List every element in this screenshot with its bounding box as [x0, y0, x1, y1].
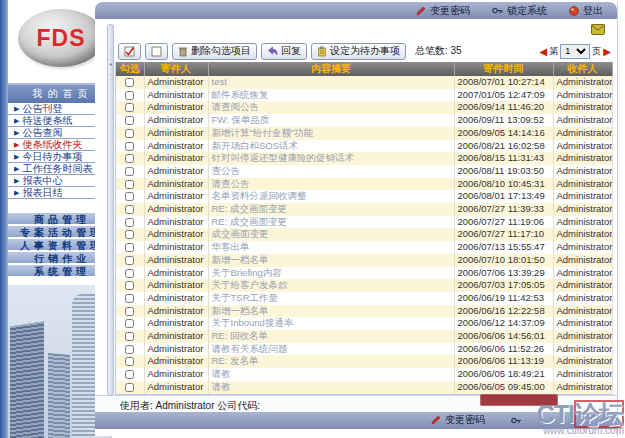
- row-summary-link[interactable]: RE: 回收名单: [212, 330, 268, 341]
- table-row[interactable]: Administrator 关于Briefing内容 2006/07/06 13…: [116, 267, 612, 280]
- table-row[interactable]: Administrator 请教 2006/06/05 18:49:21 Adm…: [116, 368, 612, 381]
- row-summary-link[interactable]: 针对叫停返还型健康险的促销话术: [212, 152, 355, 163]
- table-row[interactable]: Administrator 新增一档名单 2006/06/16 12:22:58…: [116, 305, 612, 318]
- row-checkbox[interactable]: [125, 269, 134, 278]
- row-summary-cell: RE: 成交画面变更: [208, 203, 454, 216]
- row-checkbox[interactable]: [125, 205, 134, 214]
- row-summary-link[interactable]: RE: 成交画面变更: [212, 216, 287, 227]
- row-summary-link[interactable]: 请查公告: [212, 178, 250, 189]
- footer-change-password-button[interactable]: 变更密码: [431, 413, 485, 427]
- row-summary-link[interactable]: 请查阅公告: [212, 101, 260, 112]
- row-checkbox[interactable]: [125, 230, 134, 239]
- change-password-button[interactable]: 变更密码: [416, 4, 470, 18]
- row-checkbox[interactable]: [125, 129, 134, 138]
- table-row[interactable]: Administrator test 2008/07/01 10:27:14 A…: [116, 76, 612, 89]
- logout-button[interactable]: 登出: [569, 4, 603, 18]
- row-summary-link[interactable]: 请教有关系统问题: [212, 343, 288, 354]
- table-row[interactable]: Administrator 请教有关系统问题 2006/06/06 11:52:…: [116, 343, 612, 356]
- row-summary-link[interactable]: 关于Briefing内容: [212, 267, 282, 278]
- row-checkbox[interactable]: [125, 167, 134, 176]
- row-summary-link[interactable]: RE: 发名单: [212, 355, 259, 366]
- row-summary-link[interactable]: 关于Inbound接通率: [212, 317, 294, 328]
- row-checkbox[interactable]: [125, 256, 134, 265]
- row-summary-link[interactable]: 华客出单: [212, 241, 250, 252]
- row-summary-link[interactable]: 新增一档名单: [212, 254, 269, 265]
- select-all-button[interactable]: [118, 43, 141, 60]
- prev-page-icon[interactable]: ◀: [540, 46, 548, 57]
- row-checkbox[interactable]: [125, 154, 134, 163]
- row-summary-link[interactable]: 请教: [212, 381, 231, 392]
- table-row[interactable]: Administrator RE: 回收名单 2006/06/06 14:56:…: [116, 330, 612, 343]
- table-row[interactable]: Administrator 邮件系统恢复 2007/01/05 12:47:09…: [116, 89, 612, 102]
- table-row[interactable]: Administrator 华客出单 2006/07/13 15:55:47 A…: [116, 241, 612, 254]
- row-time: 2006/06/12 14:37:09: [454, 317, 553, 330]
- table-row[interactable]: Administrator 查公告 2006/08/11 19:03:50 Ad…: [116, 165, 612, 178]
- row-checkbox[interactable]: [125, 345, 134, 354]
- row-checkbox[interactable]: [125, 78, 134, 87]
- clear-selection-button[interactable]: [145, 43, 168, 60]
- row-summary-link[interactable]: 新增一档名单: [212, 305, 269, 316]
- row-summary-link[interactable]: 新开场白和SOS话术: [212, 140, 299, 151]
- table-row[interactable]: Administrator 关于给客户发条款 2006/07/03 17:05:…: [116, 279, 612, 292]
- table-row[interactable]: Administrator 针对叫停返还型健康险的促销话术 2006/08/15…: [116, 152, 612, 165]
- row-checkbox[interactable]: [125, 116, 134, 125]
- table-row[interactable]: Administrator 新增一档名单 2006/07/10 18:01:50…: [116, 254, 612, 267]
- table-row[interactable]: Administrator 名单资料分派回收调整 2006/08/01 17:1…: [116, 190, 612, 203]
- table-row[interactable]: Administrator RE: 成交画面变更 2006/07/27 11:3…: [116, 203, 612, 216]
- row-summary-link[interactable]: 关于给客户发条款: [212, 279, 288, 290]
- delete-checked-button[interactable]: 删除勾选项目: [172, 43, 257, 60]
- row-summary-link[interactable]: 邮件系统恢复: [212, 89, 269, 100]
- row-checkbox[interactable]: [125, 357, 134, 366]
- row-summary-link[interactable]: 关于TSR工作量: [212, 292, 279, 303]
- mail-table: 勾选 寄件人 内容摘要 寄件时间 收件人 Administrator test …: [116, 62, 613, 394]
- row-summary-link[interactable]: RE: 成交画面变更: [212, 203, 287, 214]
- mailbox-icon[interactable]: [591, 24, 605, 35]
- set-todo-button[interactable]: 设定为待办事项: [311, 43, 406, 60]
- frame-splitter[interactable]: ···◂···: [107, 24, 114, 396]
- footer-lock-system-button[interactable]: [511, 416, 522, 425]
- row-summary-link[interactable]: 查公告: [212, 165, 241, 176]
- row-checkbox[interactable]: [125, 243, 134, 252]
- table-row[interactable]: Administrator 新增计算“给付金额”功能 2006/09/05 14…: [116, 127, 612, 140]
- row-summary-link[interactable]: 新增计算“给付金额”功能: [212, 127, 313, 138]
- row-sender: Administrator: [144, 190, 208, 203]
- table-row[interactable]: Administrator 关于TSR工作量 2006/06/19 11:42:…: [116, 292, 612, 305]
- row-checkbox[interactable]: [125, 180, 134, 189]
- row-checkbox[interactable]: [125, 370, 134, 379]
- page-select[interactable]: 1: [560, 44, 590, 59]
- table-row[interactable]: Administrator 关于Inbound接通率 2006/06/12 14…: [116, 317, 612, 330]
- splitter-collapse-handle[interactable]: ···◂···: [108, 47, 113, 99]
- row-checkbox[interactable]: [125, 103, 134, 112]
- table-row[interactable]: Administrator FW: 保单品质 2006/09/11 13:09:…: [116, 114, 612, 127]
- lock-system-button[interactable]: 锁定系统: [492, 4, 547, 18]
- reply-button[interactable]: 回复: [261, 43, 307, 60]
- row-summary-link[interactable]: 名单资料分派回收调整: [212, 190, 307, 201]
- table-row[interactable]: Administrator 成交画面变更 2006/07/27 11:17:10…: [116, 228, 612, 241]
- table-row[interactable]: Administrator 请查阅公告 2006/09/14 11:46:20 …: [116, 101, 612, 114]
- row-summary-link[interactable]: FW: 保单品质: [212, 114, 270, 125]
- sidebar-item-label: 报表中心: [22, 175, 62, 186]
- row-summary-link[interactable]: 成交画面变更: [212, 228, 269, 239]
- row-summary-link[interactable]: test: [212, 76, 227, 87]
- row-sender: Administrator: [144, 254, 208, 267]
- row-time: 2006/06/06 11:13:19: [454, 355, 553, 368]
- row-checkbox[interactable]: [125, 281, 134, 290]
- row-checkbox[interactable]: [125, 383, 134, 392]
- row-summary-link[interactable]: 请教: [212, 368, 231, 379]
- table-row[interactable]: Administrator RE: 成交画面变更 2006/07/27 11:1…: [116, 216, 612, 229]
- row-checkbox[interactable]: [125, 218, 134, 227]
- row-checkbox[interactable]: [125, 192, 134, 201]
- table-row[interactable]: Administrator 请查公告 2006/08/10 10:45:31 A…: [116, 178, 612, 191]
- row-checkbox[interactable]: [125, 142, 134, 151]
- table-row[interactable]: Administrator RE: 发名单 2006/06/06 11:13:1…: [116, 355, 612, 368]
- next-page-icon[interactable]: ▶: [603, 46, 611, 57]
- table-row[interactable]: Administrator 请教 2006/06/05 09:45:00 Adm…: [116, 381, 612, 394]
- row-checkbox[interactable]: [125, 319, 134, 328]
- row-sender: Administrator: [144, 305, 208, 318]
- row-checkbox[interactable]: [125, 294, 134, 303]
- row-checkbox[interactable]: [125, 332, 134, 341]
- table-row[interactable]: Administrator 新开场白和SOS话术 2006/08/21 16:0…: [116, 140, 612, 153]
- row-checkbox[interactable]: [125, 91, 134, 100]
- row-summary-cell: RE: 回收名单: [208, 330, 454, 343]
- row-checkbox[interactable]: [125, 307, 134, 316]
